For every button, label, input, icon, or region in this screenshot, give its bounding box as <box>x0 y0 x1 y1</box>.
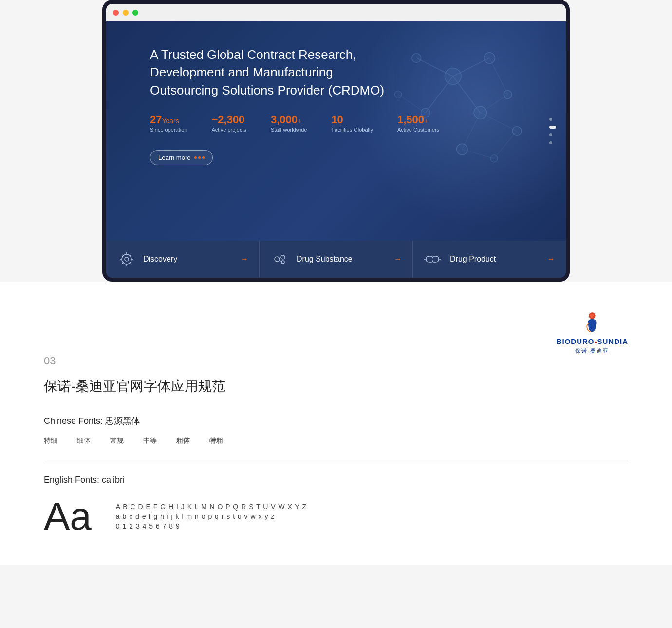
nav-dot-4[interactable] <box>549 141 552 144</box>
sample-aa: Aa <box>44 497 92 536</box>
svg-point-22 <box>125 257 129 261</box>
font-weight-500: 中等 <box>143 437 157 445</box>
drug-substance-card[interactable]: Drug Substance → <box>260 241 413 278</box>
font-weight-900: 特粗 <box>209 437 223 445</box>
discovery-card[interactable]: Discovery → <box>106 241 260 278</box>
stat-projects-number: ~2,300 <box>211 114 246 125</box>
font-weight-100: 特细 <box>44 437 57 445</box>
stat-facilities-label: Facilities Globally <box>331 127 373 133</box>
svg-point-32 <box>281 255 285 259</box>
stat-years-label: Since operation <box>150 127 187 133</box>
bioduro-logo-icon <box>580 311 604 335</box>
logo-area: BIODURO-SUNDIA 保诺·桑迪亚 <box>557 311 628 355</box>
stat-facilities: 10 Facilities Globally <box>331 114 373 133</box>
stat-projects-label: Active projects <box>211 127 246 133</box>
browser-close-dot <box>113 10 119 16</box>
browser-min-dot <box>123 10 129 16</box>
svg-point-31 <box>275 257 280 262</box>
hero-section: A Trusted Global Contract Research, Deve… <box>106 21 566 241</box>
drug-product-icon <box>424 249 443 269</box>
drug-substance-arrow: → <box>394 255 402 264</box>
discovery-icon <box>117 249 136 269</box>
section-number: 03 <box>44 355 628 367</box>
stats-row: 27Years Since operation ~2,300 Active pr… <box>150 114 522 133</box>
stat-staff-label: Staff worldwide <box>271 127 307 133</box>
learn-more-dots <box>194 156 205 159</box>
nav-dots <box>549 118 556 144</box>
bottom-section: BIODURO-SUNDIA 保诺·桑迪亚 03 保诺-桑迪亚官网字体应用规范 … <box>0 282 672 565</box>
font-weight-700: 粗体 <box>176 437 190 445</box>
logo-brand-name: BIODURO-SUNDIA <box>557 337 628 345</box>
nav-dot-3[interactable] <box>549 133 552 136</box>
svg-line-20 <box>494 131 517 158</box>
svg-line-11 <box>416 58 453 76</box>
nav-dot-1[interactable] <box>549 118 552 121</box>
svg-point-33 <box>281 261 284 264</box>
stat-customers-number: 1,500+ <box>397 114 439 125</box>
browser-bar <box>106 4 566 21</box>
drug-product-arrow: → <box>547 255 555 264</box>
stat-facilities-number: 10 <box>331 114 373 125</box>
alphabet-section: A B C D E F G H I J K L M N O P Q R S T … <box>116 503 307 530</box>
stat-staff: 3,000+ Staff worldwide <box>271 114 307 133</box>
svg-line-10 <box>453 58 489 76</box>
alphabet-lower: a b c d e f g h i j k l m n o p q r s t … <box>116 513 307 520</box>
english-sample-row: Aa A B C D E F G H I J K L M N O P Q R S… <box>44 497 628 536</box>
header-row: BIODURO-SUNDIA 保诺·桑迪亚 <box>44 311 628 355</box>
alphabet-upper: A B C D E F G H I J K L M N O P Q R S T … <box>116 503 307 511</box>
stat-years-number: 27Years <box>150 114 187 125</box>
stat-customers: 1,500+ Active Customers <box>397 114 439 133</box>
hero-title: A Trusted Global Contract Research, Deve… <box>150 46 403 99</box>
learn-more-label: Learn more <box>158 154 190 161</box>
font-weights-row: 特细 细体 常规 中等 粗体 特粗 <box>44 437 628 445</box>
chinese-fonts-label: Chinese Fonts: 思源黑体 <box>44 415 628 427</box>
browser-max-dot <box>132 10 138 16</box>
stat-customers-label: Active Customers <box>397 127 439 133</box>
drug-substance-label: Drug Substance <box>297 255 387 264</box>
english-fonts-label: English Fonts: calibri <box>44 475 628 485</box>
svg-line-18 <box>489 58 508 95</box>
nav-dot-2[interactable] <box>549 126 556 129</box>
section-title: 保诺-桑迪亚官网字体应用规范 <box>44 377 628 396</box>
drug-product-card[interactable]: Drug Product → <box>413 241 566 278</box>
discovery-label: Discovery <box>143 255 234 264</box>
stat-staff-number: 3,000+ <box>271 114 307 125</box>
discovery-arrow: → <box>241 255 248 264</box>
svg-point-39 <box>590 314 594 318</box>
section-divider <box>44 460 628 460</box>
fonts-section: Chinese Fonts: 思源黑体 特细 细体 常规 中等 粗体 特粗 En… <box>44 415 628 536</box>
svg-line-17 <box>462 150 494 159</box>
numbers-line: 0 1 2 3 4 5 6 7 8 9 <box>116 522 307 530</box>
svg-line-14 <box>480 95 507 113</box>
logo-chinese-name: 保诺·桑迪亚 <box>575 347 609 355</box>
drug-substance-icon <box>270 249 290 269</box>
stat-projects: ~2,300 Active projects <box>211 114 246 133</box>
font-weight-300: 细体 <box>77 437 91 445</box>
stat-years: 27Years Since operation <box>150 114 187 133</box>
svg-line-13 <box>426 76 453 113</box>
drug-product-label: Drug Product <box>450 255 541 264</box>
font-weight-400: 常规 <box>110 437 124 445</box>
service-cards-row: Discovery → Drug Substance → <box>106 241 566 278</box>
svg-line-35 <box>280 260 282 262</box>
svg-line-12 <box>453 76 480 113</box>
learn-more-button[interactable]: Learn more <box>150 150 213 165</box>
